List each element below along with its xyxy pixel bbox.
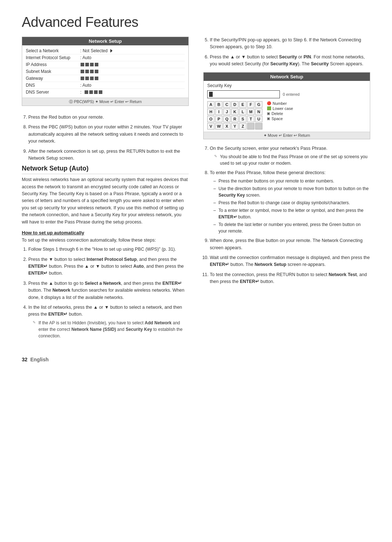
gateway-pixel-group <box>80 77 99 80</box>
right-column: If the Security/PIN pop-up appears, go t… <box>203 37 370 342</box>
keyboard-area: A B C D E F G H I J K <box>207 101 366 130</box>
value-select-network: : Not Selected <box>80 48 113 53</box>
network-setup-content: Select a Network : Not Selected Internet… <box>22 45 188 98</box>
value-dns: : Auto <box>80 83 91 88</box>
right-step-9-text: When done, press the Blue button on your… <box>210 238 363 250</box>
right-step-8-bullets: Press the number buttons on your remote … <box>210 178 370 234</box>
step-8: Press the PBC (WPS) button on your route… <box>28 124 189 145</box>
section-heading-auto: Network Setup (Auto) <box>22 165 189 174</box>
right-step-5: If the Security/PIN pop-up appears, go t… <box>210 37 370 51</box>
legend-space-icon: ▣ <box>267 116 270 120</box>
legend-space-label: Space <box>271 116 283 121</box>
security-box-footer: ✦ Move ↵ Enter ↩ Return <box>204 132 370 139</box>
key-S[interactable]: S <box>239 116 246 122</box>
right-steps-7-11: On the Security screen, enter your netwo… <box>203 145 370 286</box>
auto-steps-list: Follow Steps 1 through 6 in the "How to … <box>22 246 189 339</box>
key-blank2[interactable] <box>255 123 262 130</box>
auto-step-4-text: In the list of networks, press the ▲ or … <box>28 305 182 317</box>
subsection-heading-auto: How to set up automatically <box>22 230 189 235</box>
key-V[interactable]: V <box>207 123 215 130</box>
key-U[interactable]: U <box>255 116 262 122</box>
legend-lowercase-label: Lower case <box>273 106 293 111</box>
legend-number-label: Number <box>273 101 287 106</box>
auto-step-4: In the list of networks, press the ▲ or … <box>28 304 189 339</box>
row-dns-server: DNS Server : <box>26 89 185 95</box>
value-gateway <box>80 77 99 80</box>
auto-step-2: Press the ▼ button to select Internet Pr… <box>28 256 189 277</box>
key-Z[interactable]: Z <box>239 123 246 130</box>
key-Q[interactable]: Q <box>223 116 230 122</box>
right-step-8: To enter the Pass Phrase, follow these g… <box>210 169 370 234</box>
key-D[interactable]: D <box>231 101 238 108</box>
key-X[interactable]: X <box>223 123 230 130</box>
key-H[interactable]: H <box>207 108 215 115</box>
auto-step-4-sub: If the AP is set to Hidden (Invisible), … <box>28 320 189 339</box>
network-setup-title: Network Setup <box>22 37 188 45</box>
step-7: Press the Red button on your remote. <box>28 114 189 121</box>
key-R[interactable]: R <box>231 116 238 122</box>
key-row-2: H I J K L M N <box>207 108 262 115</box>
dns-server-pixel-group <box>84 90 103 94</box>
page-number-area: 32 English <box>22 357 370 362</box>
right-step-6-text: Press the ▲ or ▼ button to select Securi… <box>210 54 365 66</box>
bullet-5: To delete the last letter or number you … <box>213 221 370 234</box>
label-subnet: Subnet Mask <box>26 69 80 74</box>
right-step-8-text: To enter the Pass Phrase, follow these g… <box>210 170 326 175</box>
right-step-9: When done, press the Blue button on your… <box>210 237 370 251</box>
page-lang: English <box>30 357 49 362</box>
key-legend: 🔴 Number 🟩 Lower case ▣ Delete ▣ <box>265 101 293 121</box>
right-step-10-text: Wait until the connection confirmation m… <box>210 255 370 267</box>
right-steps-list: If the Security/PIN pop-up appears, go t… <box>203 37 370 68</box>
network-setup-box: Network Setup Select a Network : Not Sel… <box>22 37 189 106</box>
legend-delete-icon: ▣ <box>267 111 270 115</box>
legend-lowercase: 🟩 Lower case <box>267 106 293 111</box>
sec-entered: 0 entered <box>283 92 299 97</box>
label-gateway: Gateway <box>26 76 80 81</box>
key-F[interactable]: F <box>247 101 254 108</box>
security-input-field[interactable] <box>207 90 280 98</box>
row-select-network: Select a Network : Not Selected <box>26 48 185 54</box>
key-A[interactable]: A <box>207 101 215 108</box>
key-B[interactable]: B <box>215 101 222 108</box>
key-O[interactable]: O <box>207 116 215 122</box>
label-ip-address: IP Address <box>26 62 80 67</box>
security-box-title: Network Setup <box>204 73 370 81</box>
key-blank1[interactable] <box>247 123 254 130</box>
key-E[interactable]: E <box>239 101 246 108</box>
key-K[interactable]: K <box>231 108 238 115</box>
key-P[interactable]: P <box>215 116 222 122</box>
left-column: Network Setup Select a Network : Not Sel… <box>22 37 189 342</box>
key-I[interactable]: I <box>215 108 222 115</box>
right-step-7: On the Security screen, enter your netwo… <box>210 145 370 167</box>
right-step-6: Press the ▲ or ▼ button to select Securi… <box>210 54 370 68</box>
main-content: Network Setup Select a Network : Not Sel… <box>22 37 370 342</box>
key-W[interactable]: W <box>215 123 222 130</box>
key-G[interactable]: G <box>255 101 262 108</box>
row-subnet: Subnet Mask <box>26 68 185 75</box>
cursor-bar <box>209 92 213 97</box>
row-ip-address: IP Address <box>26 61 185 68</box>
key-J[interactable]: J <box>223 108 230 115</box>
value-ip-address <box>80 63 99 66</box>
right-step-11: To test the connection, press the RETURN… <box>210 271 370 286</box>
key-T[interactable]: T <box>247 116 254 122</box>
page-title: Advanced Features <box>22 15 370 30</box>
security-key-box: Network Setup Security Key 0 entered A B… <box>203 72 370 139</box>
key-L[interactable]: L <box>239 108 246 115</box>
step-9: After the network connection is set up, … <box>28 148 189 162</box>
key-M[interactable]: M <box>247 108 254 115</box>
value-dns-server: : <box>80 90 103 95</box>
key-C[interactable]: C <box>223 101 230 108</box>
key-row-1: A B C D E F G <box>207 101 262 108</box>
body-text-auto: Most wireless networks have an optional … <box>22 176 189 226</box>
right-step-7-text: On the Security screen, enter your netwo… <box>210 146 327 151</box>
key-Y[interactable]: Y <box>231 123 238 130</box>
bullet-3: Press the Red button to change case or d… <box>213 200 370 206</box>
key-N[interactable]: N <box>255 108 262 115</box>
subnet-pixel-group <box>80 70 99 73</box>
keyboard-keys: A B C D E F G H I J K <box>207 101 262 130</box>
row-gateway: Gateway <box>26 75 185 82</box>
value-subnet <box>80 70 99 73</box>
legend-number-icon: 🔴 <box>267 101 271 105</box>
row-dns: DNS : Auto <box>26 82 185 89</box>
